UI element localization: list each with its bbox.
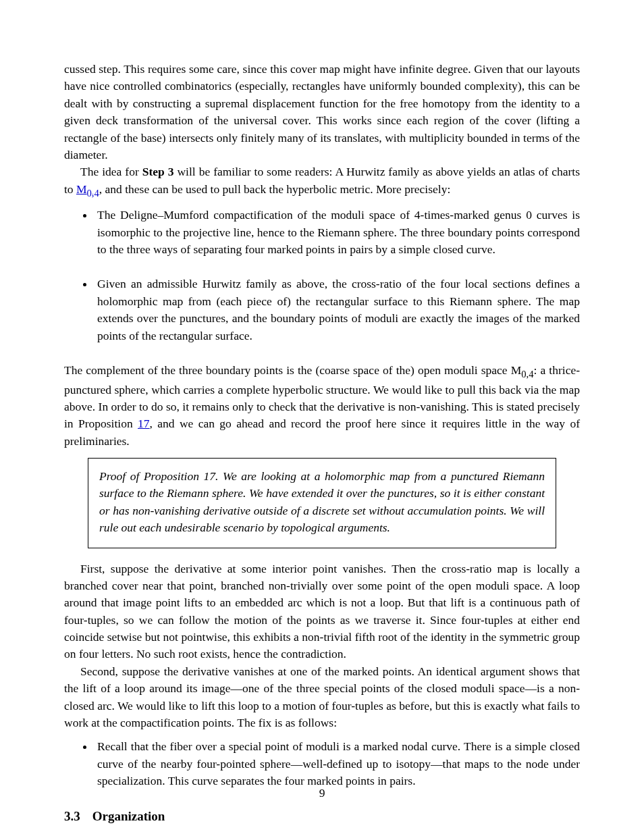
page-number: 9	[0, 785, 644, 802]
bullet-list-1: The Deligne–Mumford compactification of …	[64, 207, 580, 344]
link-symbol: M	[76, 182, 87, 196]
section-number: 3.3	[64, 809, 80, 823]
moduli-space-link[interactable]: M0,4	[76, 182, 99, 196]
text-run: The complement of the three boundary poi…	[64, 363, 511, 377]
list-item: Recall that the fiber over a special poi…	[95, 738, 580, 789]
text-run: The idea for	[80, 165, 139, 178]
moduli-space-symbol: M0,4	[511, 363, 534, 377]
proposition-ref-link[interactable]: 17	[138, 417, 150, 430]
symbol-m: M	[511, 363, 522, 377]
text-bold-step3: Step 3	[139, 165, 174, 178]
body-paragraph-4: First, suppose the derivative at some in…	[64, 561, 580, 663]
link-subscript: 0,4	[87, 187, 99, 198]
text-run: , and these can be used to pull back the…	[99, 182, 450, 196]
section-heading: 3.3Organization	[64, 807, 580, 826]
body-paragraph-5: Second, suppose the derivative vanishes …	[64, 663, 580, 732]
proof-text-italic: Proof of Proposition 17. We are looking …	[99, 469, 545, 534]
section-title: Organization	[92, 809, 165, 823]
symbol-subscript: 0,4	[521, 368, 533, 379]
proof-box: Proof of Proposition 17. We are looking …	[88, 458, 556, 548]
list-item: Given an admissible Hurwitz family as ab…	[95, 276, 580, 344]
bullet-list-2: Recall that the fiber over a special poi…	[64, 738, 580, 789]
body-paragraph-1: cussed step. This requires some care, si…	[64, 61, 580, 163]
list-item: The Deligne–Mumford compactification of …	[95, 207, 580, 258]
body-paragraph-3: The complement of the three boundary poi…	[64, 362, 580, 450]
body-paragraph-2: The idea for Step 3 will be familiar to …	[64, 163, 580, 200]
